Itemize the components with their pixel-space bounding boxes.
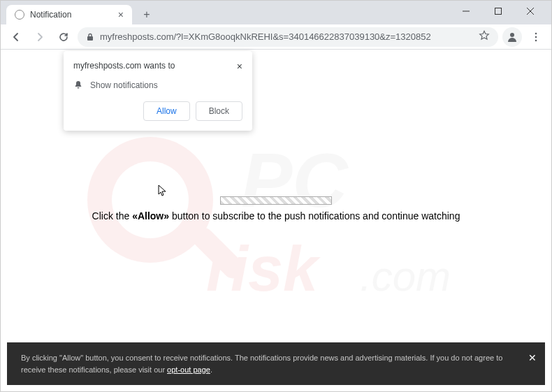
page-message: Click the «Allow» button to subscribe to… bbox=[1, 210, 551, 222]
close-icon[interactable]: × bbox=[118, 9, 124, 20]
allow-button[interactable]: Allow bbox=[143, 101, 190, 121]
reload-button[interactable] bbox=[54, 27, 73, 47]
svg-rect-4 bbox=[87, 36, 93, 41]
star-icon[interactable] bbox=[479, 30, 490, 43]
url-text: myfreshposts.com/?l=XKmG8ooqkNkREHI&s=34… bbox=[100, 31, 473, 42]
progress-bar bbox=[220, 196, 332, 205]
banner-text-post: . bbox=[210, 365, 212, 374]
banner-text: By clicking "Allow" button, you consent … bbox=[21, 352, 517, 375]
profile-button[interactable] bbox=[502, 27, 522, 47]
page-content: PC risk .com myfreshposts.com wants to ×… bbox=[1, 50, 551, 391]
notification-origin: myfreshposts.com wants to bbox=[73, 61, 175, 71]
globe-icon bbox=[15, 10, 24, 20]
svg-text:.com: .com bbox=[360, 253, 451, 300]
page-message-post: button to subscribe to the push notifica… bbox=[169, 210, 460, 222]
forward-button[interactable] bbox=[30, 27, 50, 47]
svg-point-8 bbox=[535, 39, 537, 41]
opt-out-link[interactable]: opt-out page bbox=[167, 365, 210, 374]
svg-rect-1 bbox=[495, 8, 502, 15]
back-button[interactable] bbox=[6, 27, 26, 47]
new-tab-button[interactable]: + bbox=[138, 6, 156, 24]
block-button[interactable]: Block bbox=[196, 101, 242, 121]
close-window-button[interactable] bbox=[515, 1, 546, 22]
lock-icon bbox=[86, 33, 94, 41]
window-controls bbox=[451, 1, 546, 22]
address-bar[interactable]: myfreshposts.com/?l=XKmG8ooqkNkREHI&s=34… bbox=[78, 27, 498, 47]
close-icon[interactable]: × bbox=[237, 61, 242, 72]
banner-text-pre: By clicking "Allow" button, you consent … bbox=[21, 354, 502, 374]
bell-icon bbox=[73, 80, 83, 90]
window-titlebar: Notification × + bbox=[1, 1, 551, 24]
svg-rect-11 bbox=[189, 223, 248, 282]
notification-permission-popup: myfreshposts.com wants to × Show notific… bbox=[64, 51, 252, 131]
svg-point-6 bbox=[535, 32, 537, 34]
close-icon[interactable]: ✕ bbox=[528, 351, 537, 365]
notification-description: Show notifications bbox=[90, 80, 158, 90]
svg-point-5 bbox=[510, 33, 514, 37]
minimize-button[interactable] bbox=[451, 1, 481, 22]
browser-toolbar: myfreshposts.com/?l=XKmG8ooqkNkREHI&s=34… bbox=[1, 24, 551, 50]
tab-title: Notification bbox=[30, 10, 71, 20]
cursor-icon bbox=[158, 184, 168, 197]
svg-point-7 bbox=[535, 36, 537, 38]
maximize-button[interactable] bbox=[483, 1, 514, 22]
menu-button[interactable] bbox=[526, 27, 546, 47]
page-message-pre: Click the bbox=[92, 210, 133, 222]
page-message-bold: «Allow» bbox=[132, 210, 169, 222]
consent-banner: By clicking "Allow" button, you consent … bbox=[7, 342, 545, 385]
svg-text:risk: risk bbox=[206, 234, 321, 304]
browser-tab[interactable]: Notification × bbox=[6, 5, 132, 24]
